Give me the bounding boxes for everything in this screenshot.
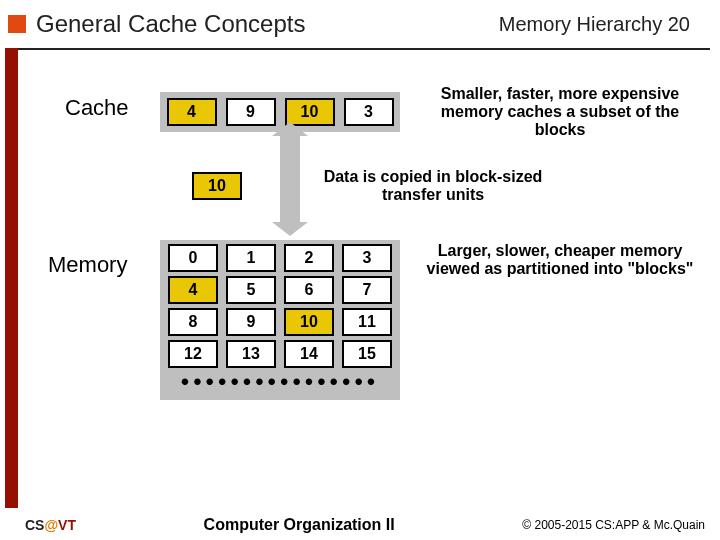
memory-cell: 3 bbox=[342, 244, 392, 272]
transfer-arrow bbox=[280, 134, 300, 224]
memory-grid: 0 1 2 3 4 5 6 7 8 9 10 11 12 13 14 15 ••… bbox=[160, 240, 400, 400]
memory-cell: 11 bbox=[342, 308, 392, 336]
header-row: General Cache Concepts Memory Hierarchy … bbox=[0, 10, 720, 38]
school-logo: CS@VT bbox=[25, 517, 76, 533]
memory-label: Memory bbox=[48, 252, 127, 278]
memory-cell: 0 bbox=[168, 244, 218, 272]
cache-label: Cache bbox=[65, 95, 129, 121]
chapter-name: Memory Hierarchy bbox=[499, 13, 662, 35]
memory-caption: Larger, slower, cheaper memory viewed as… bbox=[425, 242, 695, 278]
cache-cell: 3 bbox=[344, 98, 394, 126]
chapter-label: Memory Hierarchy 20 bbox=[499, 13, 690, 36]
slide-number: 20 bbox=[668, 13, 690, 35]
ellipsis-dots: •••••••••••••••• bbox=[164, 372, 396, 396]
memory-cell: 13 bbox=[226, 340, 276, 368]
left-stripe bbox=[5, 48, 18, 508]
course-title: Computer Organization II bbox=[76, 516, 522, 534]
memory-row: 8 9 10 11 bbox=[164, 308, 396, 336]
memory-cell: 12 bbox=[168, 340, 218, 368]
memory-cell: 2 bbox=[284, 244, 334, 272]
school-cs: CS bbox=[25, 517, 44, 533]
memory-row: 0 1 2 3 bbox=[164, 244, 396, 272]
cache-cell: 9 bbox=[226, 98, 276, 126]
memory-cell: 15 bbox=[342, 340, 392, 368]
copyright: © 2005-2015 CS:APP & Mc.Quain bbox=[522, 518, 705, 532]
arrow-body bbox=[280, 134, 300, 224]
memory-cell: 5 bbox=[226, 276, 276, 304]
memory-cell: 4 bbox=[168, 276, 218, 304]
memory-row: 4 5 6 7 bbox=[164, 276, 396, 304]
memory-cell: 8 bbox=[168, 308, 218, 336]
transfer-block: 10 bbox=[192, 172, 242, 200]
memory-cell: 10 bbox=[284, 308, 334, 336]
footer: CS@VT Computer Organization II © 2005-20… bbox=[0, 516, 720, 534]
page-title: General Cache Concepts bbox=[36, 10, 499, 38]
cache-caption: Smaller, faster, more expensive memory c… bbox=[430, 85, 690, 139]
school-at: @ bbox=[44, 517, 58, 533]
memory-cell: 6 bbox=[284, 276, 334, 304]
memory-cell: 14 bbox=[284, 340, 334, 368]
header-divider bbox=[10, 48, 710, 50]
cache-cell: 4 bbox=[167, 98, 217, 126]
memory-cell: 1 bbox=[226, 244, 276, 272]
school-vt: VT bbox=[58, 517, 76, 533]
accent-square bbox=[8, 15, 26, 33]
memory-cell: 7 bbox=[342, 276, 392, 304]
arrow-up-icon bbox=[272, 122, 308, 136]
arrow-down-icon bbox=[272, 222, 308, 236]
memory-row: 12 13 14 15 bbox=[164, 340, 396, 368]
transfer-caption: Data is copied in block-sized transfer u… bbox=[318, 168, 548, 204]
memory-cell: 9 bbox=[226, 308, 276, 336]
